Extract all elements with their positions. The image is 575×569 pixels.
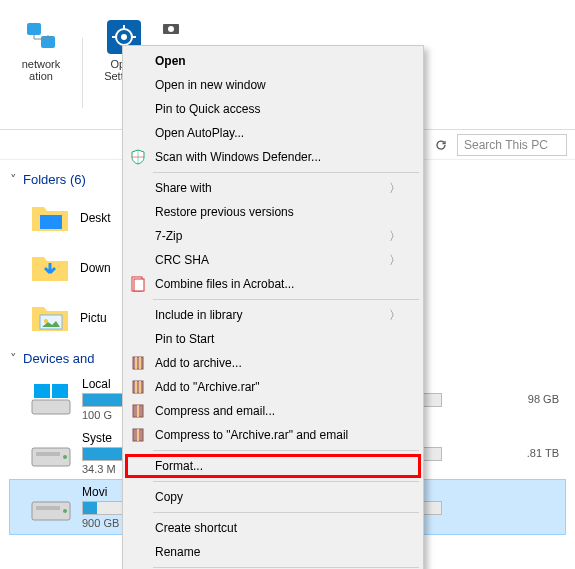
- cm-crc-sha[interactable]: CRC SHA〉: [125, 248, 421, 272]
- folder-download-icon: [30, 251, 70, 285]
- search-placeholder: Search This PC: [464, 138, 548, 152]
- svg-rect-0: [27, 23, 41, 35]
- cm-separator: [153, 172, 419, 173]
- chevron-right-icon: 〉: [389, 228, 401, 245]
- folders-section-label: Folders (6): [23, 172, 86, 187]
- svg-point-13: [44, 319, 48, 323]
- folder-label: Deskt: [80, 211, 111, 225]
- cm-pin-start[interactable]: Pin to Start: [125, 327, 421, 351]
- cm-open[interactable]: Open: [125, 49, 421, 73]
- pdf-icon: [130, 276, 146, 292]
- svg-rect-30: [139, 381, 141, 393]
- svg-rect-26: [135, 357, 137, 369]
- cm-separator: [153, 450, 419, 451]
- cm-copy[interactable]: Copy: [125, 485, 421, 509]
- svg-rect-25: [133, 357, 143, 369]
- archive-mail-icon: [130, 403, 146, 419]
- svg-rect-27: [139, 357, 141, 369]
- network-icon: [24, 20, 58, 54]
- cm-create-shortcut[interactable]: Create shortcut: [125, 516, 421, 540]
- context-menu: Open Open in new window Pin to Quick acc…: [122, 45, 424, 569]
- shield-icon: [130, 149, 146, 165]
- cm-compress-rar-email[interactable]: Compress to "Archive.rar" and email: [125, 423, 421, 447]
- cm-separator: [153, 567, 419, 568]
- cm-open-new-window[interactable]: Open in new window: [125, 73, 421, 97]
- refresh-button[interactable]: [431, 135, 451, 155]
- svg-rect-15: [34, 384, 50, 398]
- svg-rect-32: [137, 405, 139, 417]
- folder-label: Down: [80, 261, 111, 275]
- archive-mail-icon: [130, 427, 146, 443]
- drive-icon: [30, 434, 72, 472]
- devices-section-label: Devices and: [23, 351, 95, 366]
- cm-compress-email[interactable]: Compress and email...: [125, 399, 421, 423]
- folder-pictures-icon: [30, 301, 70, 335]
- svg-rect-11: [40, 215, 62, 229]
- chevron-down-icon: ˅: [10, 351, 17, 366]
- svg-point-19: [63, 455, 67, 459]
- cm-share-with[interactable]: Share with〉: [125, 176, 421, 200]
- svg-rect-16: [52, 384, 68, 398]
- search-input[interactable]: Search This PC: [457, 134, 567, 156]
- cm-restore-previous[interactable]: Restore previous versions: [125, 200, 421, 224]
- cm-add-archive[interactable]: Add to archive...: [125, 351, 421, 375]
- chevron-right-icon: 〉: [389, 252, 401, 269]
- camera-icon: [162, 20, 180, 38]
- svg-rect-34: [137, 429, 139, 441]
- cm-separator: [153, 481, 419, 482]
- svg-rect-29: [135, 381, 137, 393]
- folder-label: Pictu: [80, 311, 107, 325]
- cm-7zip[interactable]: 7-Zip〉: [125, 224, 421, 248]
- drive-os-icon: [30, 380, 72, 418]
- drive-icon: [30, 488, 72, 526]
- svg-point-4: [121, 34, 127, 40]
- cm-include-library[interactable]: Include in library〉: [125, 303, 421, 327]
- cm-pin-quick-access[interactable]: Pin to Quick access: [125, 97, 421, 121]
- svg-point-10: [168, 26, 174, 32]
- network-label-1: network: [22, 58, 61, 70]
- svg-point-22: [63, 509, 67, 513]
- cm-separator: [153, 299, 419, 300]
- cm-scan-defender[interactable]: Scan with Windows Defender...: [125, 145, 421, 169]
- cm-separator: [153, 512, 419, 513]
- chevron-right-icon: 〉: [389, 180, 401, 197]
- network-button[interactable]: network ation: [12, 20, 70, 108]
- cm-open-autoplay[interactable]: Open AutoPlay...: [125, 121, 421, 145]
- folder-icon: [30, 201, 70, 235]
- cm-format[interactable]: Format...: [125, 454, 421, 478]
- cm-add-archive-rar[interactable]: Add to "Archive.rar": [125, 375, 421, 399]
- chevron-right-icon: 〉: [389, 307, 401, 324]
- archive-icon: [130, 379, 146, 395]
- drive-right-text: 98 GB: [528, 393, 565, 405]
- svg-rect-28: [133, 381, 143, 393]
- drive-right-text: .81 TB: [527, 447, 565, 459]
- svg-rect-14: [32, 400, 70, 414]
- cm-rename[interactable]: Rename: [125, 540, 421, 564]
- svg-rect-24: [134, 279, 144, 291]
- archive-icon: [130, 355, 146, 371]
- chevron-down-icon: ˅: [10, 172, 17, 187]
- svg-rect-18: [36, 452, 60, 456]
- cm-combine-acrobat[interactable]: Combine files in Acrobat...: [125, 272, 421, 296]
- ribbon-separator: [82, 38, 83, 108]
- network-label-2: ation: [29, 70, 53, 82]
- svg-rect-21: [36, 506, 60, 510]
